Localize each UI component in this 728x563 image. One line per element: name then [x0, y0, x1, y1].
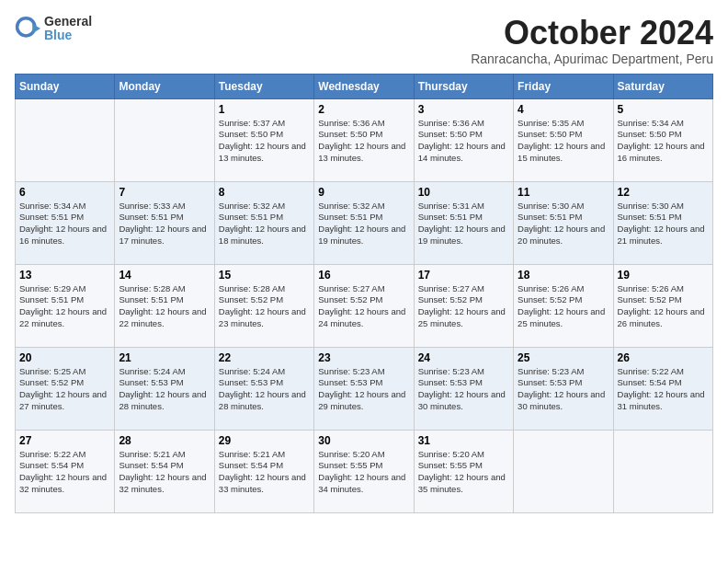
- cell-info: Sunrise: 5:37 AMSunset: 5:50 PMDaylight:…: [219, 118, 310, 165]
- cell-info: Sunrise: 5:30 AMSunset: 5:51 PMDaylight:…: [518, 201, 609, 247]
- cell-info: Sunrise: 5:31 AMSunset: 5:51 PMDaylight:…: [418, 201, 509, 247]
- day-number: 19: [618, 269, 709, 282]
- calendar-cell: 14Sunrise: 5:28 AMSunset: 5:51 PMDayligh…: [115, 264, 214, 347]
- day-number: 12: [618, 186, 709, 199]
- calendar-cell: 19Sunrise: 5:26 AMSunset: 5:52 PMDayligh…: [613, 264, 712, 347]
- weekday-header-row: SundayMondayTuesdayWednesdayThursdayFrid…: [16, 74, 713, 98]
- logo: General Blue: [15, 15, 92, 43]
- calendar-cell: 22Sunrise: 5:24 AMSunset: 5:53 PMDayligh…: [214, 347, 313, 430]
- calendar-cell: 27Sunrise: 5:22 AMSunset: 5:54 PMDayligh…: [16, 430, 115, 512]
- day-number: 9: [318, 186, 409, 199]
- cell-info: Sunrise: 5:23 AMSunset: 5:53 PMDaylight:…: [318, 366, 409, 413]
- calendar-cell: 3Sunrise: 5:36 AMSunset: 5:50 PMDaylight…: [414, 98, 513, 181]
- day-number: 5: [618, 103, 709, 116]
- weekday-header-wednesday: Wednesday: [314, 74, 414, 98]
- month-title: October 2024: [471, 15, 713, 52]
- day-number: 2: [318, 103, 409, 116]
- calendar-cell: 11Sunrise: 5:30 AMSunset: 5:51 PMDayligh…: [514, 181, 613, 264]
- logo-text: General Blue: [44, 15, 92, 43]
- day-number: 13: [19, 269, 110, 282]
- day-number: 1: [219, 103, 310, 116]
- weekday-header-saturday: Saturday: [613, 74, 712, 98]
- weekday-header-thursday: Thursday: [414, 74, 513, 98]
- day-number: 30: [318, 434, 409, 447]
- calendar-cell: 9Sunrise: 5:32 AMSunset: 5:51 PMDaylight…: [314, 181, 414, 264]
- calendar-cell: 4Sunrise: 5:35 AMSunset: 5:50 PMDaylight…: [514, 98, 613, 181]
- cell-info: Sunrise: 5:22 AMSunset: 5:54 PMDaylight:…: [19, 449, 110, 496]
- calendar-cell: 21Sunrise: 5:24 AMSunset: 5:53 PMDayligh…: [115, 347, 214, 430]
- svg-marker-1: [32, 24, 40, 34]
- cell-info: Sunrise: 5:36 AMSunset: 5:50 PMDaylight:…: [318, 118, 409, 165]
- calendar-cell: 1Sunrise: 5:37 AMSunset: 5:50 PMDaylight…: [214, 98, 313, 181]
- cell-info: Sunrise: 5:32 AMSunset: 5:51 PMDaylight:…: [219, 201, 310, 247]
- cell-info: Sunrise: 5:28 AMSunset: 5:51 PMDaylight:…: [119, 283, 210, 330]
- cell-info: Sunrise: 5:22 AMSunset: 5:54 PMDaylight:…: [618, 366, 709, 413]
- cell-info: Sunrise: 5:35 AMSunset: 5:50 PMDaylight:…: [518, 118, 609, 165]
- day-number: 31: [418, 434, 509, 447]
- calendar-cell: 24Sunrise: 5:23 AMSunset: 5:53 PMDayligh…: [414, 347, 513, 430]
- cell-info: Sunrise: 5:20 AMSunset: 5:55 PMDaylight:…: [318, 449, 409, 496]
- logo-line1: General: [44, 15, 92, 29]
- week-row-4: 20Sunrise: 5:25 AMSunset: 5:52 PMDayligh…: [16, 347, 713, 430]
- calendar-cell: 13Sunrise: 5:29 AMSunset: 5:51 PMDayligh…: [16, 264, 115, 347]
- title-area: October 2024 Ranracancha, Apurimac Depar…: [471, 15, 713, 66]
- day-number: 3: [418, 103, 509, 116]
- cell-info: Sunrise: 5:23 AMSunset: 5:53 PMDaylight:…: [418, 366, 509, 413]
- day-number: 26: [618, 351, 709, 364]
- cell-info: Sunrise: 5:24 AMSunset: 5:53 PMDaylight:…: [119, 366, 210, 413]
- calendar-cell: 5Sunrise: 5:34 AMSunset: 5:50 PMDaylight…: [613, 98, 712, 181]
- day-number: 8: [219, 186, 310, 199]
- cell-info: Sunrise: 5:29 AMSunset: 5:51 PMDaylight:…: [19, 283, 110, 330]
- cell-info: Sunrise: 5:26 AMSunset: 5:52 PMDaylight:…: [618, 283, 709, 330]
- calendar-cell: 16Sunrise: 5:27 AMSunset: 5:52 PMDayligh…: [314, 264, 414, 347]
- cell-info: Sunrise: 5:25 AMSunset: 5:52 PMDaylight:…: [19, 366, 110, 413]
- page-header: General Blue October 2024 Ranracancha, A…: [15, 15, 713, 66]
- cell-info: Sunrise: 5:21 AMSunset: 5:54 PMDaylight:…: [119, 449, 210, 496]
- week-row-2: 6Sunrise: 5:34 AMSunset: 5:51 PMDaylight…: [16, 181, 713, 264]
- cell-info: Sunrise: 5:34 AMSunset: 5:51 PMDaylight:…: [19, 201, 110, 247]
- day-number: 27: [19, 434, 110, 447]
- day-number: 11: [518, 186, 609, 199]
- calendar-cell: 7Sunrise: 5:33 AMSunset: 5:51 PMDaylight…: [115, 181, 214, 264]
- calendar-cell: 26Sunrise: 5:22 AMSunset: 5:54 PMDayligh…: [613, 347, 712, 430]
- weekday-header-friday: Friday: [514, 74, 613, 98]
- calendar-cell: 10Sunrise: 5:31 AMSunset: 5:51 PMDayligh…: [414, 181, 513, 264]
- calendar-cell: [115, 98, 214, 181]
- weekday-header-tuesday: Tuesday: [214, 74, 313, 98]
- cell-info: Sunrise: 5:23 AMSunset: 5:53 PMDaylight:…: [518, 366, 609, 413]
- calendar-cell: [613, 430, 712, 512]
- cell-info: Sunrise: 5:27 AMSunset: 5:52 PMDaylight:…: [318, 283, 409, 330]
- day-number: 7: [119, 186, 210, 199]
- day-number: 16: [318, 269, 409, 282]
- day-number: 6: [19, 186, 110, 199]
- calendar-cell: 15Sunrise: 5:28 AMSunset: 5:52 PMDayligh…: [214, 264, 313, 347]
- logo-line2: Blue: [44, 29, 92, 42]
- svg-point-0: [17, 18, 35, 36]
- cell-info: Sunrise: 5:26 AMSunset: 5:52 PMDaylight:…: [518, 283, 609, 330]
- week-row-1: 1Sunrise: 5:37 AMSunset: 5:50 PMDaylight…: [16, 98, 713, 181]
- day-number: 22: [219, 351, 310, 364]
- calendar-cell: 12Sunrise: 5:30 AMSunset: 5:51 PMDayligh…: [613, 181, 712, 264]
- cell-info: Sunrise: 5:32 AMSunset: 5:51 PMDaylight:…: [318, 201, 409, 247]
- day-number: 4: [518, 103, 609, 116]
- day-number: 21: [119, 351, 210, 364]
- day-number: 20: [19, 351, 110, 364]
- calendar-cell: 6Sunrise: 5:34 AMSunset: 5:51 PMDaylight…: [16, 181, 115, 264]
- day-number: 17: [418, 269, 509, 282]
- calendar-cell: 25Sunrise: 5:23 AMSunset: 5:53 PMDayligh…: [514, 347, 613, 430]
- week-row-3: 13Sunrise: 5:29 AMSunset: 5:51 PMDayligh…: [16, 264, 713, 347]
- calendar-cell: 31Sunrise: 5:20 AMSunset: 5:55 PMDayligh…: [414, 430, 513, 512]
- cell-info: Sunrise: 5:34 AMSunset: 5:50 PMDaylight:…: [618, 118, 709, 165]
- calendar-cell: 30Sunrise: 5:20 AMSunset: 5:55 PMDayligh…: [314, 430, 414, 512]
- calendar-cell: [514, 430, 613, 512]
- day-number: 10: [418, 186, 509, 199]
- calendar-cell: 29Sunrise: 5:21 AMSunset: 5:54 PMDayligh…: [214, 430, 313, 512]
- day-number: 29: [219, 434, 310, 447]
- calendar-cell: [16, 98, 115, 181]
- cell-info: Sunrise: 5:21 AMSunset: 5:54 PMDaylight:…: [219, 449, 310, 496]
- cell-info: Sunrise: 5:28 AMSunset: 5:52 PMDaylight:…: [219, 283, 310, 330]
- weekday-header-monday: Monday: [115, 74, 214, 98]
- cell-info: Sunrise: 5:27 AMSunset: 5:52 PMDaylight:…: [418, 283, 509, 330]
- cell-info: Sunrise: 5:36 AMSunset: 5:50 PMDaylight:…: [418, 118, 509, 165]
- calendar-cell: 28Sunrise: 5:21 AMSunset: 5:54 PMDayligh…: [115, 430, 214, 512]
